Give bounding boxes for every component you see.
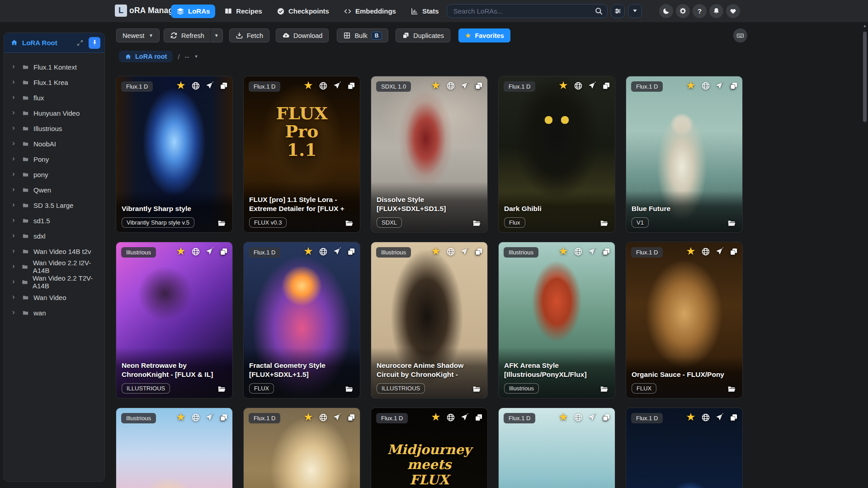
download-button[interactable]: Download	[276, 28, 329, 42]
chevron-right-icon[interactable]: ›	[12, 78, 19, 85]
favorite-star-icon[interactable]: ★	[558, 412, 569, 422]
chevron-right-icon[interactable]: ›	[12, 293, 19, 300]
send-icon[interactable]	[460, 413, 469, 422]
open-folder-icon[interactable]	[472, 385, 482, 394]
version-tag[interactable]: FLUX	[632, 383, 656, 394]
globe-icon[interactable]	[191, 413, 200, 422]
funnel-filter-button[interactable]	[628, 4, 642, 18]
favorite-star-icon[interactable]: ★	[430, 412, 441, 422]
favorite-star-icon[interactable]: ★	[430, 246, 441, 257]
sidebar-folder[interactable]: › flux	[4, 90, 104, 105]
chevron-right-icon[interactable]: ›	[12, 231, 19, 239]
globe-icon[interactable]	[191, 247, 200, 256]
send-icon[interactable]	[588, 247, 597, 256]
globe-icon[interactable]	[446, 247, 455, 256]
globe-icon[interactable]	[319, 413, 328, 422]
favorite-star-icon[interactable]: ★	[175, 412, 186, 422]
favorite-star-icon[interactable]: ★	[685, 412, 696, 422]
copy-icon[interactable]	[729, 247, 738, 256]
chevron-right-icon[interactable]: ›	[12, 93, 19, 101]
copy-icon[interactable]	[347, 81, 356, 90]
lora-card[interactable]: Flux.1 D ★ Organic Sauce - FLUX/Pony FLU…	[626, 242, 743, 399]
favorites-button[interactable]: ★ Favorites	[458, 28, 510, 42]
chevron-right-icon[interactable]: ›	[12, 247, 19, 254]
sidebar-folder[interactable]: › pony	[4, 167, 104, 182]
nav-tab-recipes[interactable]: Recipes	[219, 5, 268, 18]
chevron-down-icon[interactable]: ▼	[194, 54, 198, 59]
favorite-star-icon[interactable]: ★	[558, 80, 569, 91]
sidebar-folder[interactable]: › Flux.1 Krea	[4, 75, 104, 90]
version-tag[interactable]: Flux	[504, 217, 525, 228]
moon-button[interactable]	[659, 4, 673, 18]
lora-card[interactable]: Illustrious ★	[116, 408, 233, 488]
globe-icon[interactable]	[701, 247, 710, 256]
copy-icon[interactable]	[219, 247, 228, 256]
version-tag[interactable]: V1	[632, 217, 649, 228]
copy-icon[interactable]	[347, 247, 356, 256]
send-icon[interactable]	[715, 247, 724, 256]
chevron-right-icon[interactable]: ›	[12, 185, 19, 193]
send-icon[interactable]	[588, 413, 597, 422]
globe-icon[interactable]	[574, 413, 583, 422]
sidebar-folder[interactable]: › Wan Video 2.2 T2V-A14B	[4, 274, 104, 290]
version-tag[interactable]: FLUX	[249, 383, 274, 394]
globe-icon[interactable]	[319, 81, 328, 90]
lora-card[interactable]: Flux.1 D ★ Fractal Geometry Style [FLUX+…	[243, 242, 360, 399]
lora-card[interactable]: Flux.1 D ★	[243, 408, 360, 488]
refresh-options-button[interactable]: ▼	[211, 28, 223, 42]
pin-sidebar-button[interactable]	[89, 37, 100, 49]
help-button[interactable]: ?	[693, 4, 707, 18]
search-icon[interactable]	[594, 7, 603, 15]
send-icon[interactable]	[205, 247, 214, 256]
copy-icon[interactable]	[347, 413, 356, 422]
send-icon[interactable]	[333, 413, 342, 422]
version-tag[interactable]: SDXL	[377, 217, 402, 228]
globe-icon[interactable]	[701, 413, 710, 422]
send-icon[interactable]	[205, 81, 214, 90]
lora-card[interactable]: Flux.1 D ★	[626, 408, 743, 488]
send-icon[interactable]	[460, 247, 469, 256]
send-icon[interactable]	[715, 81, 724, 90]
lora-card[interactable]: Midjourney meets FLUX Flux.1 D ★	[371, 408, 488, 488]
send-icon[interactable]	[715, 413, 724, 422]
sidebar-folder[interactable]: › wan	[4, 305, 104, 320]
open-folder-icon[interactable]	[344, 219, 354, 228]
copy-icon[interactable]	[602, 247, 611, 256]
open-folder-icon[interactable]	[599, 385, 609, 394]
copy-icon[interactable]	[729, 81, 738, 90]
globe-icon[interactable]	[319, 247, 328, 256]
send-icon[interactable]	[588, 81, 597, 90]
version-tag[interactable]: ILLUSTRIOUS	[122, 383, 170, 394]
copy-icon[interactable]	[219, 413, 228, 422]
favorite-star-icon[interactable]: ★	[685, 246, 696, 257]
sidebar-folder[interactable]: › Illustrious	[4, 121, 104, 136]
chevron-right-icon[interactable]: ›	[12, 277, 18, 285]
lora-card[interactable]: Flux.1 D ★ Dark Ghibli Flux	[498, 76, 615, 233]
copy-icon[interactable]	[219, 81, 228, 90]
favorite-star-icon[interactable]: ★	[175, 246, 186, 257]
copy-icon[interactable]	[474, 247, 483, 256]
globe-icon[interactable]	[191, 81, 200, 90]
lora-card[interactable]: Flux.1 D ★ Vibrantly Sharp style Vibrant…	[116, 76, 233, 233]
lora-card[interactable]: Illustrious ★ AFK Arena Style [Illustrio…	[498, 242, 615, 399]
sidebar-folder[interactable]: › Pony	[4, 151, 104, 167]
chevron-right-icon[interactable]: ›	[12, 139, 19, 147]
bulk-button[interactable]: Bulk B	[337, 28, 388, 42]
version-tag[interactable]: FLUX v0.3	[249, 217, 287, 228]
sidebar-folder[interactable]: › sdxl	[4, 228, 104, 244]
scrollbar[interactable]: ▲	[862, 23, 868, 488]
sidebar-folder[interactable]: › Qwen	[4, 182, 104, 197]
favorite-star-icon[interactable]: ★	[430, 80, 441, 91]
nav-tab-embeddings[interactable]: Embeddings	[338, 5, 401, 18]
breadcrumb-root[interactable]: LoRA root	[119, 51, 173, 62]
version-tag[interactable]: Vibrantly Sharp style v.5	[122, 217, 194, 228]
chevron-right-icon[interactable]: ›	[12, 262, 18, 270]
globe-icon[interactable]	[574, 81, 583, 90]
lora-card[interactable]: Flux.1 D ★	[498, 408, 615, 488]
send-icon[interactable]	[460, 81, 469, 90]
heart-button[interactable]	[726, 4, 740, 18]
send-icon[interactable]	[333, 247, 342, 256]
chevron-right-icon[interactable]: ›	[12, 62, 19, 70]
copy-icon[interactable]	[602, 81, 611, 90]
globe-icon[interactable]	[701, 81, 710, 90]
